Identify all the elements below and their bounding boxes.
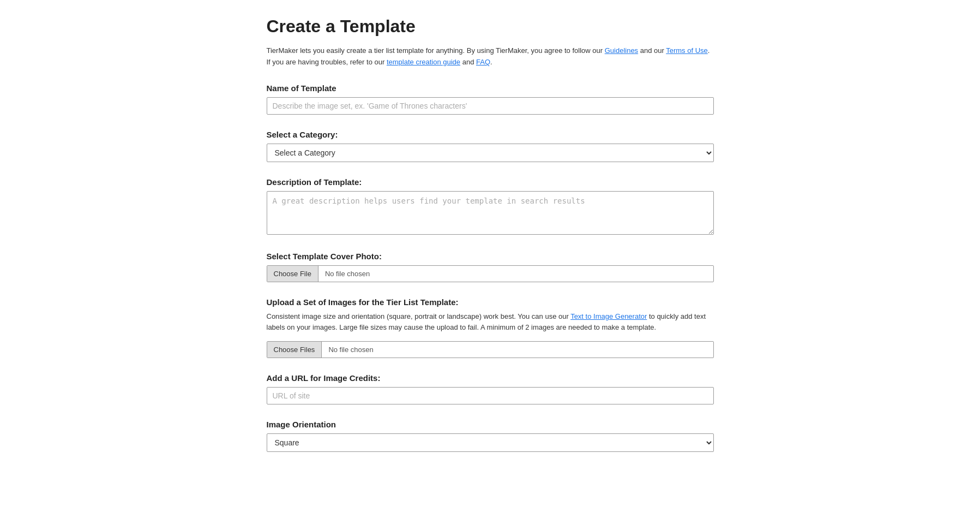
url-label: Add a URL for Image Credits: [267, 373, 714, 383]
name-label: Name of Template [267, 84, 714, 93]
cover-photo-input-wrapper: Choose File No file chosen [267, 265, 714, 282]
text-to-image-link[interactable]: Text to Image Generator [570, 312, 647, 320]
intro-text: TierMaker lets you easily create a tier … [267, 45, 714, 68]
description-label: Description of Template: [267, 177, 714, 187]
guidelines-link[interactable]: Guidelines [605, 46, 638, 55]
terms-link[interactable]: Terms of Use [666, 46, 708, 55]
cover-photo-label: Select Template Cover Photo: [267, 252, 714, 261]
cover-photo-no-file: No file chosen [318, 266, 713, 282]
category-section: Select a Category: Select a Category Ani… [267, 130, 714, 162]
orientation-section: Image Orientation Square Portrait Landsc… [267, 420, 714, 452]
name-section: Name of Template [267, 84, 714, 115]
upload-files-input-wrapper: Choose Files No file chosen [267, 341, 714, 358]
orientation-select[interactable]: Square Portrait Landscape [267, 433, 714, 452]
page-container: Create a Template TierMaker lets you eas… [245, 0, 736, 500]
upload-helper-text: Consistent image size and orientation (s… [267, 311, 714, 334]
faq-link[interactable]: FAQ [476, 58, 490, 66]
name-input[interactable] [267, 97, 714, 115]
upload-images-section: Upload a Set of Images for the Tier List… [267, 297, 714, 359]
cover-photo-choose-btn[interactable]: Choose File [267, 266, 318, 282]
page-title: Create a Template [267, 16, 714, 37]
category-label: Select a Category: [267, 130, 714, 139]
url-section: Add a URL for Image Credits: [267, 373, 714, 404]
upload-files-no-file: No file chosen [322, 342, 713, 358]
orientation-label: Image Orientation [267, 420, 714, 429]
upload-files-choose-btn[interactable]: Choose Files [267, 342, 322, 358]
category-select[interactable]: Select a Category Anime Music Sports Gam… [267, 144, 714, 162]
description-section: Description of Template: [267, 177, 714, 236]
guide-link[interactable]: template creation guide [387, 58, 460, 66]
cover-photo-section: Select Template Cover Photo: Choose File… [267, 252, 714, 282]
upload-images-label: Upload a Set of Images for the Tier List… [267, 297, 714, 307]
url-input[interactable] [267, 387, 714, 404]
description-textarea[interactable] [267, 191, 714, 235]
